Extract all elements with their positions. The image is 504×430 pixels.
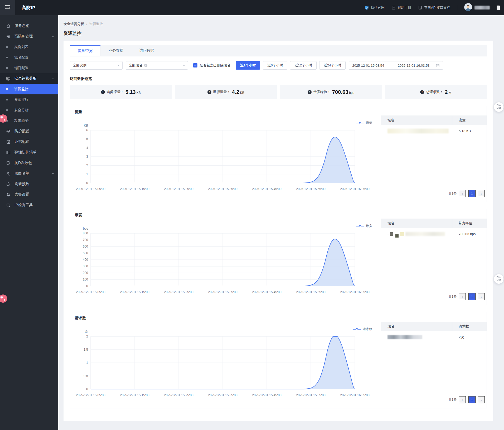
svg-text:2: 2 bbox=[86, 163, 88, 167]
pagination-page-button[interactable]: 1 bbox=[468, 190, 476, 197]
sidebar-item-elastic-protection-list[interactable]: 弹性防护清单 bbox=[0, 147, 58, 158]
time-range-last-1h[interactable]: 近1个小时 bbox=[236, 61, 260, 70]
tab-traffic-bandwidth[interactable]: 流量带宽 bbox=[70, 45, 101, 56]
pagination: 共1条‹1› bbox=[381, 290, 487, 300]
sidebar-item-domain-config[interactable]: 域名配置 bbox=[0, 52, 58, 63]
chart-section-bandwidth: 带宽2025-12-01 15:05:002025-12-01 15:15:00… bbox=[70, 209, 487, 305]
sidebar-item-ip-detection-tool[interactable]: IP检测工具 bbox=[0, 200, 58, 210]
domain-select[interactable]: 全部域名 bbox=[126, 61, 188, 70]
svg-text:5: 5 bbox=[86, 137, 88, 141]
svg-text:2025-12-01 15:05:00: 2025-12-01 15:05:00 bbox=[76, 187, 105, 191]
pagination-prev-button[interactable]: ‹ bbox=[459, 396, 466, 403]
svg-text:2025-12-01 15:45:00: 2025-12-01 15:45:00 bbox=[252, 393, 282, 397]
sidebar-item-service-overview[interactable]: 服务总览 bbox=[0, 21, 58, 31]
time-range-last-12h[interactable]: 近12个小时 bbox=[290, 61, 316, 70]
pagination-page-button[interactable]: 1 bbox=[468, 293, 476, 300]
shield-brand-icon bbox=[365, 6, 369, 10]
stat-label: 访问流量： bbox=[107, 90, 124, 94]
topbar-link-help-manual[interactable]: 帮助手册 bbox=[391, 5, 411, 10]
chart-section-title: 流量 bbox=[75, 110, 487, 114]
instance-select[interactable]: 全部实例 bbox=[70, 61, 123, 70]
pagination-prev-button[interactable]: ‹ bbox=[459, 190, 466, 197]
shield-icon bbox=[6, 161, 11, 165]
sidebar-item-black-white-list[interactable]: 黑白名单 bbox=[0, 168, 58, 179]
svg-text:2025-12-01 15:25:00: 2025-12-01 15:25:00 bbox=[164, 290, 193, 294]
time-range-last-6h[interactable]: 近6个小时 bbox=[263, 61, 287, 70]
pagination-prev-button[interactable]: ‹ bbox=[459, 293, 466, 300]
sidebar-item-security-ops-analysis[interactable]: 安全运营分析 bbox=[0, 73, 58, 84]
topbar-divider bbox=[457, 5, 457, 10]
sidebar-item-refresh-preheat[interactable]: 刷新预热 bbox=[0, 179, 58, 189]
sidebar-collapse-button[interactable] bbox=[0, 0, 15, 15]
chart-section-requests: 请求数2025-12-01 15:05:002025-12-01 15:15:0… bbox=[70, 312, 487, 408]
svg-text:2025-12-01 15:05:00: 2025-12-01 15:05:00 bbox=[76, 290, 105, 294]
api-doc-icon bbox=[418, 6, 422, 10]
certificate-icon bbox=[6, 140, 11, 144]
quick-panel-button[interactable] bbox=[494, 274, 503, 284]
user-account[interactable] bbox=[464, 3, 490, 12]
sidebar-item-port-config[interactable]: 端口配置 bbox=[0, 63, 58, 73]
date-range-picker[interactable]: 2025-12-01 15:03:54 - 2025-12-01 16:03:5… bbox=[349, 61, 443, 70]
svg-text:2025-12-01 16:05:00: 2025-12-01 16:05:00 bbox=[340, 393, 370, 397]
stat-label: 回源流量： bbox=[213, 90, 230, 94]
table-row: 700.63 bps bbox=[381, 228, 487, 240]
date-separator: - bbox=[390, 64, 391, 67]
time-range-group: 近1个小时近6个小时近12个小时近24个小时 bbox=[236, 61, 346, 70]
sidebar-item-security-analysis[interactable]: 安全分析 bbox=[0, 105, 58, 115]
bandwidth-domain-table: 域名带宽峰值700.63 bps共1条‹1› bbox=[381, 218, 487, 300]
sidebar-item-certificate-config[interactable]: 证书配置 bbox=[0, 137, 58, 147]
sidebar-item-resource-monitor[interactable]: 资源监控 bbox=[0, 84, 58, 94]
sidebar-item-attack-posture[interactable]: 攻击态势 bbox=[0, 115, 58, 126]
quick-panel-button[interactable] bbox=[494, 102, 503, 112]
sidebar-item-alert-settings[interactable]: 告警设置 bbox=[0, 189, 58, 200]
pagination-page-button[interactable]: 1 bbox=[468, 396, 476, 403]
table-row: 5.13 KB bbox=[381, 125, 487, 137]
svg-text:700: 700 bbox=[83, 238, 88, 242]
pagination-next-button[interactable]: › bbox=[478, 190, 485, 197]
chart-section-body: 2025-12-01 15:05:002025-12-01 15:15:0020… bbox=[74, 321, 487, 403]
legend-requests[interactable]: 请求数 bbox=[353, 327, 372, 331]
chart-section-body: 2025-12-01 15:05:002025-12-01 15:15:0020… bbox=[74, 115, 487, 197]
sidebar-item-label: 高防IP管理 bbox=[14, 34, 33, 39]
table-header: 域名带宽峰值 bbox=[381, 219, 487, 228]
topbar-link-kuaikuai-site[interactable]: 快快官网 bbox=[365, 5, 385, 10]
user-icon bbox=[6, 171, 11, 176]
legend-bandwidth[interactable]: 带宽 bbox=[356, 224, 372, 228]
include-deleted-checkbox[interactable]: 是否包含已删除域名 bbox=[193, 63, 230, 68]
legend-marker-icon bbox=[353, 328, 361, 331]
legend-marker-icon bbox=[356, 122, 364, 124]
stat-value: 5.13 bbox=[125, 89, 136, 95]
sidebar-item-label: 抗D次数包 bbox=[14, 161, 32, 165]
stat-card-bandwidth-peak: !带宽峰值：700.63bps bbox=[280, 85, 382, 99]
column-header-domain: 域名 bbox=[381, 322, 452, 331]
breadcrumb-current: 资源监控 bbox=[89, 22, 103, 26]
masked-domain bbox=[387, 335, 422, 339]
topbar-link-label: 查看API接口文档 bbox=[424, 5, 450, 10]
legend-label: 流量 bbox=[366, 121, 372, 125]
sidebar-item-ip-management[interactable]: 高防IP管理 bbox=[0, 31, 58, 42]
sidebar-item-label: 安全分析 bbox=[14, 108, 28, 113]
pagination-total: 共1条 bbox=[448, 294, 457, 299]
sidebar-item-instance-list[interactable]: 实例列表 bbox=[0, 42, 58, 52]
tab-access-data[interactable]: 访问数据 bbox=[131, 45, 162, 56]
sidebar-item-anti-ddos-package[interactable]: 抗D次数包 bbox=[0, 158, 58, 168]
sidebar-item-protection-config[interactable]: 防护配置 bbox=[0, 126, 58, 137]
topbar-link-api-docs[interactable]: 查看API接口文档 bbox=[418, 5, 450, 10]
pagination-next-button[interactable]: › bbox=[478, 293, 485, 300]
sidebar-item-label: 服务总览 bbox=[14, 23, 29, 28]
masked-domain bbox=[387, 129, 449, 133]
breadcrumb-separator: / bbox=[86, 22, 87, 26]
sidebar-item-label: 实例列表 bbox=[14, 45, 28, 49]
svg-text:1: 1 bbox=[86, 361, 88, 365]
svg-text:2: 2 bbox=[86, 335, 88, 338]
breadcrumb-parent[interactable]: 安全运营分析 bbox=[64, 22, 84, 26]
chart-section-title: 带宽 bbox=[75, 213, 487, 218]
sidebar-item-resource-ranking[interactable]: 资源排行 bbox=[0, 94, 58, 105]
legend-label: 带宽 bbox=[366, 224, 372, 228]
pagination-next-button[interactable]: › bbox=[478, 396, 485, 403]
clear-icon[interactable] bbox=[144, 64, 148, 67]
tab-business-data[interactable]: 业务数据 bbox=[101, 45, 131, 56]
time-range-last-24h[interactable]: 近24个小时 bbox=[319, 61, 346, 70]
legend-traffic[interactable]: 流量 bbox=[356, 121, 372, 125]
pagination: 共1条‹1› bbox=[381, 393, 487, 403]
